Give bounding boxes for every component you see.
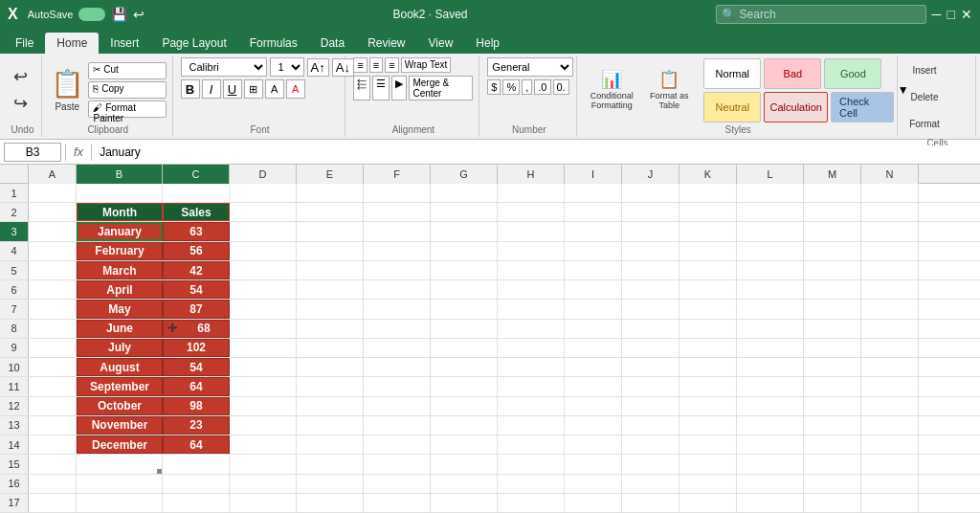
close-btn[interactable]: ✕ xyxy=(961,7,972,22)
paste-button[interactable]: 📋 Paste xyxy=(50,65,84,115)
cell-k13[interactable] xyxy=(679,416,737,435)
border-btn[interactable]: ⊞ xyxy=(244,79,263,99)
cell-k9[interactable] xyxy=(679,339,737,357)
cell-j12[interactable] xyxy=(622,397,679,415)
cell-d3[interactable] xyxy=(230,222,297,240)
cell-m9[interactable] xyxy=(804,339,861,357)
cell-d14[interactable] xyxy=(230,435,297,454)
cell-d1[interactable] xyxy=(230,184,297,202)
col-header-f[interactable]: F xyxy=(364,165,431,184)
cell-g7[interactable] xyxy=(431,300,498,318)
cell-h9[interactable] xyxy=(498,339,565,357)
cell-d7[interactable] xyxy=(230,300,297,318)
cell-k14[interactable] xyxy=(679,435,737,454)
format-table-btn[interactable]: 📋 Format as Table xyxy=(642,63,696,117)
cell-a10[interactable] xyxy=(29,358,77,376)
cell-i3[interactable] xyxy=(565,222,622,240)
cell-g3[interactable] xyxy=(431,222,498,240)
row-header-2[interactable]: 2 xyxy=(0,203,29,221)
cell-f16[interactable] xyxy=(364,475,431,493)
cell-k5[interactable] xyxy=(679,261,737,279)
cell-f9[interactable] xyxy=(364,339,431,357)
cell-m12[interactable] xyxy=(804,397,861,415)
cell-m6[interactable] xyxy=(804,280,861,299)
cell-c14[interactable]: 64 xyxy=(163,435,230,454)
cell-h7[interactable] xyxy=(498,300,565,318)
cell-n3[interactable] xyxy=(861,222,919,240)
col-header-m[interactable]: M xyxy=(804,165,861,184)
cell-l5[interactable] xyxy=(737,261,804,279)
cell-n15[interactable] xyxy=(861,455,919,473)
cell-f13[interactable] xyxy=(364,416,431,435)
tab-help[interactable]: Help xyxy=(464,33,511,54)
cell-d11[interactable] xyxy=(230,377,297,395)
cell-h6[interactable] xyxy=(498,280,565,299)
cell-m5[interactable] xyxy=(804,261,861,279)
cell-e3[interactable] xyxy=(297,222,364,240)
font-name-select[interactable]: Calibri xyxy=(181,57,267,77)
cell-e5[interactable] xyxy=(297,261,364,279)
align-right-btn[interactable]: ▶ xyxy=(391,76,407,100)
cell-l13[interactable] xyxy=(737,416,804,435)
tab-view[interactable]: View xyxy=(417,33,465,54)
cell-i16[interactable] xyxy=(565,475,622,493)
cell-h2[interactable] xyxy=(498,203,565,221)
cell-a15[interactable] xyxy=(29,455,77,473)
align-top-left-btn[interactable]: ≡ xyxy=(353,57,367,73)
fill-color-btn[interactable]: A xyxy=(265,79,284,99)
row-header-1[interactable]: 1 xyxy=(0,184,29,202)
cell-n7[interactable] xyxy=(861,300,919,318)
cell-f15[interactable] xyxy=(364,455,431,473)
cell-c12[interactable]: 98 xyxy=(163,397,230,415)
cell-l4[interactable] xyxy=(737,242,804,260)
cell-a16[interactable] xyxy=(29,475,77,493)
cell-g11[interactable] xyxy=(431,377,498,395)
row-header-14[interactable]: 14 xyxy=(0,435,29,454)
cell-e2[interactable] xyxy=(297,203,364,221)
cell-e10[interactable] xyxy=(297,358,364,376)
col-header-h[interactable]: H xyxy=(498,165,565,184)
cell-i7[interactable] xyxy=(565,300,622,318)
currency-btn[interactable]: $ xyxy=(487,79,501,95)
cell-k3[interactable] xyxy=(679,222,737,240)
cell-h4[interactable] xyxy=(498,242,565,260)
cell-k7[interactable] xyxy=(679,300,737,318)
cell-b14[interactable]: December xyxy=(77,435,163,454)
cell-c17[interactable] xyxy=(163,494,230,512)
cell-e4[interactable] xyxy=(297,242,364,260)
row-header-15[interactable]: 15 xyxy=(0,455,29,473)
cell-e16[interactable] xyxy=(297,475,364,493)
cell-l1[interactable] xyxy=(737,184,804,202)
undo-icon-title[interactable]: ↩ xyxy=(133,7,145,22)
cell-f1[interactable] xyxy=(364,184,431,202)
cell-i1[interactable] xyxy=(565,184,622,202)
row-header-5[interactable]: 5 xyxy=(0,261,29,279)
cell-k12[interactable] xyxy=(679,397,737,415)
cell-b8[interactable]: June xyxy=(77,320,163,338)
search-input[interactable] xyxy=(716,5,926,24)
cell-h11[interactable] xyxy=(498,377,565,395)
cell-n14[interactable] xyxy=(861,435,919,454)
cell-m16[interactable] xyxy=(804,475,861,493)
col-header-j[interactable]: J xyxy=(622,165,679,184)
row-header-6[interactable]: 6 xyxy=(0,280,29,299)
row-header-12[interactable]: 12 xyxy=(0,397,29,415)
cell-j7[interactable] xyxy=(622,300,679,318)
cell-b16[interactable] xyxy=(77,475,163,493)
cell-n9[interactable] xyxy=(861,339,919,357)
style-calculation[interactable]: Calculation xyxy=(764,92,828,123)
cell-k10[interactable] xyxy=(679,358,737,376)
cell-c1[interactable] xyxy=(163,184,230,202)
cell-a6[interactable] xyxy=(29,280,77,299)
tab-home[interactable]: Home xyxy=(45,33,99,54)
cell-c15[interactable] xyxy=(163,455,230,473)
cell-c2[interactable]: Sales xyxy=(163,203,230,221)
cell-b1[interactable] xyxy=(77,184,163,202)
cell-i2[interactable] xyxy=(565,203,622,221)
cell-d4[interactable] xyxy=(230,242,297,260)
cell-h3[interactable] xyxy=(498,222,565,240)
cell-n2[interactable] xyxy=(861,203,919,221)
cell-f7[interactable] xyxy=(364,300,431,318)
cell-h5[interactable] xyxy=(498,261,565,279)
cell-m14[interactable] xyxy=(804,435,861,454)
